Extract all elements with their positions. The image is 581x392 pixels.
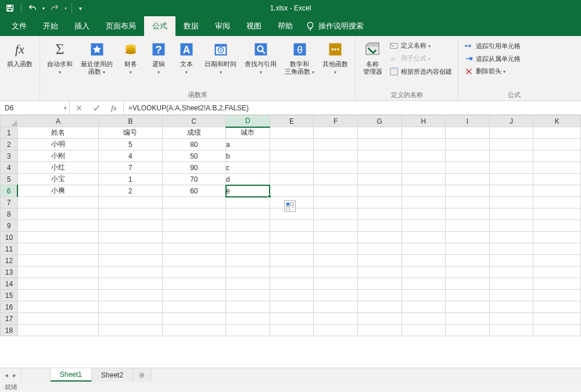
add-sheet-button[interactable]: ⊕	[133, 368, 151, 382]
cell[interactable]	[17, 255, 98, 267]
cell[interactable]	[446, 313, 490, 325]
qat-customize-icon[interactable]: ▾	[77, 5, 84, 12]
cell[interactable]: 小刚	[17, 150, 98, 162]
cell[interactable]	[489, 162, 533, 174]
cell[interactable]	[401, 185, 446, 197]
column-header[interactable]: I	[446, 116, 490, 127]
cell[interactable]	[401, 208, 446, 220]
text-button[interactable]: A 文本▾	[173, 37, 200, 76]
row-header[interactable]: 10	[1, 232, 18, 243]
cell[interactable]: 2	[99, 185, 162, 197]
cell[interactable]	[533, 139, 581, 150]
cell[interactable]	[489, 174, 533, 185]
cell[interactable]	[489, 150, 533, 162]
column-header[interactable]: D	[226, 116, 270, 127]
cell[interactable]	[446, 208, 490, 220]
cell[interactable]	[314, 162, 358, 174]
cell[interactable]	[489, 267, 533, 278]
cell[interactable]	[270, 267, 314, 278]
cell[interactable]: 小明	[17, 139, 98, 150]
cell[interactable]	[314, 301, 358, 313]
cell[interactable]	[533, 220, 581, 232]
name-box[interactable]: ▾	[0, 101, 70, 114]
cell[interactable]	[446, 243, 490, 255]
cell[interactable]	[99, 232, 162, 243]
cell[interactable]	[162, 290, 225, 301]
cell[interactable]	[226, 278, 270, 290]
cell[interactable]	[489, 185, 533, 197]
column-header[interactable]: K	[533, 116, 581, 127]
cell[interactable]	[17, 325, 98, 336]
recent-functions-button[interactable]: 最近使用的 函数 ▾	[77, 37, 116, 76]
cell[interactable]	[533, 278, 581, 290]
tab-home[interactable]: 开始	[35, 16, 66, 36]
autofill-options-icon[interactable]: +	[284, 200, 296, 212]
cell[interactable]	[401, 243, 446, 255]
cell[interactable]	[489, 255, 533, 267]
cancel-formula-button[interactable]	[72, 102, 86, 114]
cell[interactable]	[357, 290, 401, 301]
cell[interactable]	[357, 127, 401, 139]
cell[interactable]	[99, 208, 162, 220]
row-header[interactable]: 2	[1, 139, 18, 150]
cell[interactable]	[357, 220, 401, 232]
create-from-selection-button[interactable]: 根据所选内容创建	[387, 65, 454, 78]
cell[interactable]	[270, 185, 314, 197]
cell[interactable]	[401, 313, 446, 325]
cell[interactable]	[270, 290, 314, 301]
cell[interactable]	[99, 220, 162, 232]
cell[interactable]: 姓名	[17, 127, 98, 139]
cell[interactable]	[17, 220, 98, 232]
tab-layout[interactable]: 页面布局	[98, 16, 144, 36]
cell[interactable]	[226, 255, 270, 267]
row-header[interactable]: 18	[1, 325, 18, 336]
insert-function-fx-button[interactable]: fx	[107, 102, 121, 114]
cell[interactable]	[17, 232, 98, 243]
cell[interactable]	[357, 301, 401, 313]
cell[interactable]	[314, 127, 358, 139]
cell[interactable]	[533, 232, 581, 243]
cell[interactable]	[270, 150, 314, 162]
cell[interactable]	[99, 255, 162, 267]
cell[interactable]	[357, 243, 401, 255]
cell[interactable]	[226, 197, 270, 208]
spreadsheet-grid[interactable]: ABCDEFGHIJK1姓名编号成绩城市2小明580a3小刚450b4小红790…	[0, 115, 581, 368]
cell[interactable]	[314, 174, 358, 185]
cell[interactable]: 编号	[99, 127, 162, 139]
cell[interactable]	[270, 301, 314, 313]
cell[interactable]	[446, 290, 490, 301]
cell[interactable]	[446, 232, 490, 243]
cell[interactable]: 小宝	[17, 174, 98, 185]
cell[interactable]: 70	[162, 174, 225, 185]
remove-arrows-button[interactable]: 删除箭头 ▾	[462, 65, 523, 78]
cell[interactable]	[314, 325, 358, 336]
cell[interactable]	[533, 127, 581, 139]
column-header[interactable]: E	[270, 116, 314, 127]
row-header[interactable]: 16	[1, 301, 18, 313]
cell[interactable]	[99, 301, 162, 313]
cell[interactable]	[270, 243, 314, 255]
cell[interactable]: 90	[162, 162, 225, 174]
save-icon[interactable]	[3, 2, 16, 15]
cell[interactable]	[489, 232, 533, 243]
cell[interactable]	[314, 139, 358, 150]
cell[interactable]	[270, 255, 314, 267]
cell[interactable]	[401, 220, 446, 232]
cell[interactable]	[401, 162, 446, 174]
cell[interactable]	[17, 313, 98, 325]
cell[interactable]	[446, 197, 490, 208]
sheet-tab-sheet1[interactable]: Sheet1	[51, 368, 92, 382]
cell[interactable]	[99, 313, 162, 325]
tell-me-search[interactable]: 操作说明搜索	[306, 16, 364, 36]
cell[interactable]	[533, 197, 581, 208]
cell[interactable]	[99, 325, 162, 336]
cell[interactable]	[226, 208, 270, 220]
column-header[interactable]: A	[17, 116, 98, 127]
cell[interactable]	[401, 139, 446, 150]
cell[interactable]	[489, 127, 533, 139]
row-header[interactable]: 17	[1, 313, 18, 325]
cell[interactable]	[270, 325, 314, 336]
trace-precedents-button[interactable]: 追踪引用单元格	[462, 39, 523, 52]
cell[interactable]	[401, 255, 446, 267]
cell[interactable]	[314, 208, 358, 220]
